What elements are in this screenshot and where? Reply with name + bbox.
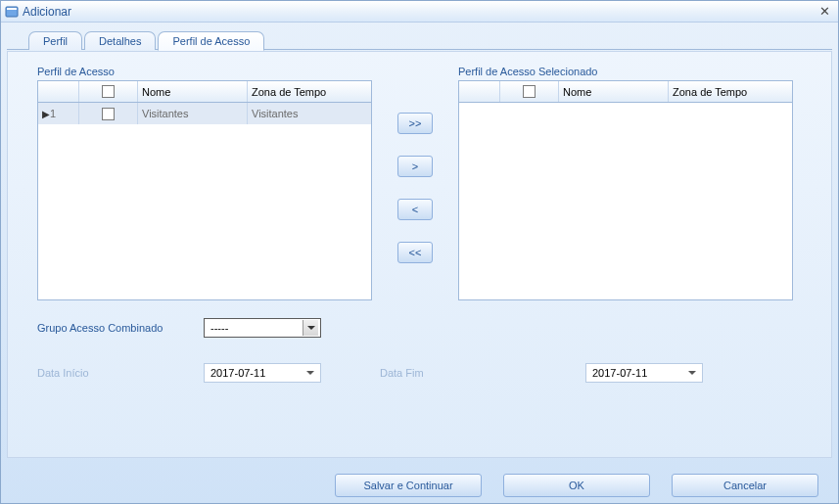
tab-perfil-acesso[interactable]: Perfil de Acesso: [158, 31, 264, 51]
ok-button[interactable]: OK: [503, 474, 650, 497]
tabs: Perfil Detalhes Perfil de Acesso: [1, 23, 838, 50]
app-icon: [5, 5, 19, 19]
footer-buttons: Salvar e Continuar OK Cancelar: [1, 464, 838, 504]
available-profiles-grid[interactable]: Nome Zona de Tempo ▶1 Visitantes Visitan…: [37, 80, 372, 300]
grupo-combinado-value: -----: [210, 322, 228, 334]
cancel-button[interactable]: Cancelar: [672, 474, 818, 497]
remove-all-button[interactable]: <<: [397, 242, 433, 263]
table-row[interactable]: ▶1 Visitantes Visitantes: [38, 103, 371, 124]
grupo-combinado-label: Grupo Acesso Combinado: [37, 322, 204, 334]
tab-content: Perfil de Acesso Nome Zona de Tempo ▶1 V…: [7, 51, 832, 458]
selected-grid-header: Nome Zona de Tempo: [459, 81, 792, 103]
data-inicio-label: Data Início: [37, 367, 204, 379]
save-continue-button[interactable]: Salvar e Continuar: [335, 474, 482, 497]
data-fim-value: 2017-07-11: [592, 367, 647, 379]
row-index: 1: [50, 108, 56, 119]
svg-rect-1: [7, 8, 17, 10]
chevron-down-icon: [688, 369, 696, 377]
add-one-button[interactable]: >: [397, 156, 433, 177]
col-zona-right: Zona de Tempo: [669, 81, 792, 102]
col-nome-right: Nome: [559, 81, 669, 102]
available-grid-header: Nome Zona de Tempo: [38, 81, 371, 103]
select-all-checkbox-right[interactable]: [523, 85, 536, 98]
window-title: Adicionar: [23, 5, 71, 19]
data-fim-picker[interactable]: 2017-07-11: [585, 363, 703, 383]
available-profiles-title: Perfil de Acesso: [37, 66, 372, 77]
remove-one-button[interactable]: <: [397, 199, 433, 220]
data-fim-label: Data Fim: [380, 367, 585, 379]
col-nome-left: Nome: [138, 81, 248, 102]
selected-profiles-title: Perfil de Acesso Selecionado: [458, 66, 793, 77]
row-checkbox[interactable]: [102, 108, 115, 120]
chevron-down-icon: [306, 369, 314, 377]
dialog-window: Adicionar ✕ Perfil Detalhes Perfil de Ac…: [0, 0, 839, 504]
close-icon[interactable]: ✕: [816, 4, 832, 20]
add-all-button[interactable]: >>: [397, 113, 433, 134]
data-inicio-value: 2017-07-11: [210, 367, 265, 379]
row-nome: Visitantes: [138, 103, 248, 124]
data-inicio-picker[interactable]: 2017-07-11: [204, 363, 321, 383]
tab-detalhes[interactable]: Detalhes: [84, 31, 156, 50]
row-zona: Visitantes: [248, 103, 371, 124]
selected-profiles-grid[interactable]: Nome Zona de Tempo: [458, 80, 793, 300]
grupo-combinado-select[interactable]: -----: [204, 318, 321, 338]
tab-perfil[interactable]: Perfil: [28, 31, 82, 50]
chevron-down-icon: [303, 320, 318, 336]
col-zona-left: Zona de Tempo: [248, 81, 371, 102]
row-indicator-icon: ▶: [42, 109, 50, 119]
titlebar: Adicionar ✕: [1, 1, 838, 23]
select-all-checkbox-left[interactable]: [102, 85, 115, 98]
